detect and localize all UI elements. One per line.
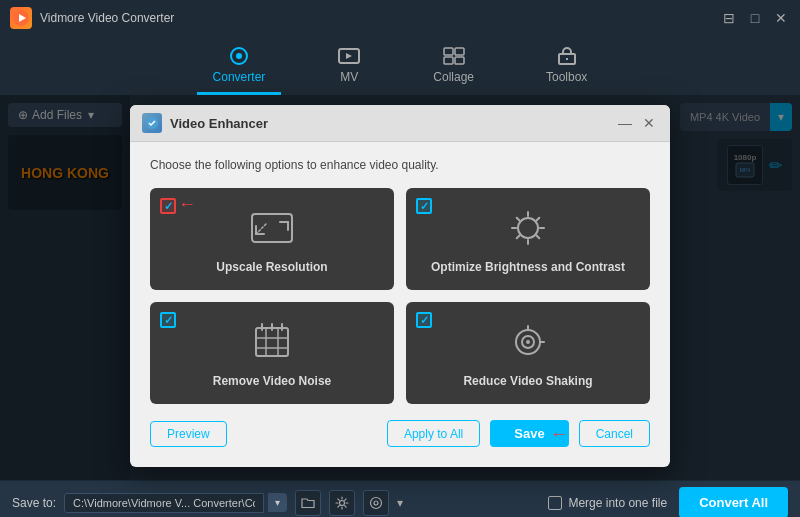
tab-collage[interactable]: Collage <box>417 40 490 95</box>
brightness-checkbox[interactable] <box>416 198 432 214</box>
minimize-btn[interactable]: ⊟ <box>720 9 738 27</box>
svg-point-15 <box>518 218 538 238</box>
preview-button[interactable]: Preview <box>150 421 227 447</box>
bottom-bar: Save to: ▾ ▾ <box>0 480 800 517</box>
modal-body: Choose the following options to enhance … <box>130 142 670 467</box>
app-title: Vidmore Video Converter <box>40 11 174 25</box>
app-icon <box>10 7 32 29</box>
merge-checkbox[interactable] <box>548 496 562 510</box>
svg-rect-6 <box>455 48 464 55</box>
tab-mv[interactable]: MV <box>321 40 377 95</box>
titlebar-controls: ⊟ □ ✕ <box>720 9 790 27</box>
brightness-icon <box>504 204 552 252</box>
enhance-card-brightness: Optimize Brightness and Contrast <box>406 188 650 290</box>
svg-rect-8 <box>455 57 464 64</box>
noise-icon <box>248 318 296 366</box>
modal-minimize-btn[interactable]: — <box>616 114 634 132</box>
tab-collage-label: Collage <box>433 70 474 84</box>
enhance-card-noise: Remove Video Noise <box>150 302 394 404</box>
close-btn[interactable]: ✕ <box>772 9 790 27</box>
enhance-options-grid: ← Upscale Reso <box>150 188 650 404</box>
apply-to-all-button[interactable]: Apply to All <box>387 420 480 447</box>
noise-content: Remove Video Noise <box>213 318 332 388</box>
shaking-icon <box>504 318 552 366</box>
modal-overlay: Video Enhancer — ✕ Choose the following … <box>0 95 800 480</box>
modal-close-btn[interactable]: ✕ <box>640 114 658 132</box>
modal-header-left: Video Enhancer <box>142 113 268 133</box>
mv-icon <box>337 46 361 66</box>
upscale-checkbox[interactable] <box>160 198 176 214</box>
maximize-btn[interactable]: □ <box>746 9 764 27</box>
upscale-icon <box>248 204 296 252</box>
svg-rect-5 <box>444 48 453 55</box>
path-input[interactable] <box>64 493 264 513</box>
modal-title: Video Enhancer <box>170 116 268 131</box>
modal-header: Video Enhancer — ✕ <box>130 105 670 142</box>
folder-icon-btn[interactable] <box>295 490 321 516</box>
brightness-label: Optimize Brightness and Contrast <box>431 260 625 274</box>
more-options-btn[interactable]: ▾ <box>397 496 403 510</box>
arrow-upscale: ← <box>178 194 196 215</box>
svg-point-34 <box>526 340 530 344</box>
merge-label: Merge into one file <box>568 496 667 510</box>
main-area: ⊕ Add Files ▾ HONG KONG MP4 4K Video ▾ 1… <box>0 95 800 480</box>
modal-header-icon <box>142 113 162 133</box>
shaking-content: Reduce Video Shaking <box>463 318 592 388</box>
convert-all-button[interactable]: Convert All <box>679 487 788 517</box>
svg-rect-14 <box>252 214 292 242</box>
svg-line-21 <box>537 236 540 239</box>
tab-converter[interactable]: Converter <box>197 40 282 95</box>
tab-mv-label: MV <box>340 70 358 84</box>
enhance-card-shaking: Reduce Video Shaking <box>406 302 650 404</box>
config-icon-btn[interactable] <box>363 490 389 516</box>
path-dropdown-btn[interactable]: ▾ <box>268 493 287 512</box>
titlebar-left: Vidmore Video Converter <box>10 7 174 29</box>
save-to-label: Save to: <box>12 496 56 510</box>
nav-tabs: Converter MV Collage <box>0 36 800 95</box>
video-enhancer-modal: Video Enhancer — ✕ Choose the following … <box>130 105 670 467</box>
tab-converter-label: Converter <box>213 70 266 84</box>
svg-point-3 <box>236 53 242 59</box>
save-to-path: ▾ <box>64 493 287 513</box>
cancel-button[interactable]: Cancel <box>579 420 650 447</box>
svg-point-37 <box>371 497 382 508</box>
upscale-label: Upscale Resolution <box>216 260 327 274</box>
modal-subtitle: Choose the following options to enhance … <box>150 158 650 172</box>
svg-line-20 <box>517 218 520 221</box>
svg-rect-24 <box>256 328 288 356</box>
arrow-save: ← <box>550 423 568 444</box>
svg-point-36 <box>374 501 378 505</box>
modal-header-controls: — ✕ <box>616 114 658 132</box>
noise-label: Remove Video Noise <box>213 374 332 388</box>
enhance-card-upscale: ← Upscale Reso <box>150 188 394 290</box>
svg-line-22 <box>537 218 540 221</box>
titlebar: Vidmore Video Converter ⊟ □ ✕ <box>0 0 800 36</box>
merge-section: Merge into one file <box>548 496 667 510</box>
upscale-content: Upscale Resolution <box>216 204 327 274</box>
modal-footer-right: Apply to All ← Save Cancel <box>387 420 650 447</box>
bottom-icons: ▾ <box>295 490 403 516</box>
bottom-right: Merge into one file Convert All <box>548 487 788 517</box>
collage-icon <box>442 46 466 66</box>
svg-line-23 <box>517 236 520 239</box>
tab-toolbox[interactable]: Toolbox <box>530 40 603 95</box>
noise-checkbox[interactable] <box>160 312 176 328</box>
toolbox-icon <box>555 46 579 66</box>
modal-footer: Preview Apply to All ← Save Cancel <box>150 420 650 447</box>
settings-icon-btn[interactable] <box>329 490 355 516</box>
tab-toolbox-label: Toolbox <box>546 70 587 84</box>
modal-footer-left: Preview <box>150 421 227 447</box>
save-to-section: Save to: ▾ ▾ <box>12 490 403 516</box>
svg-rect-7 <box>444 57 453 64</box>
shaking-checkbox[interactable] <box>416 312 432 328</box>
shaking-label: Reduce Video Shaking <box>463 374 592 388</box>
svg-point-35 <box>340 500 345 505</box>
converter-icon <box>227 46 251 66</box>
brightness-content: Optimize Brightness and Contrast <box>431 204 625 274</box>
